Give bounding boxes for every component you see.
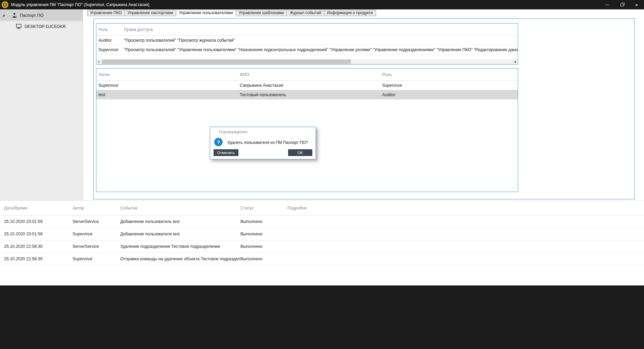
table-row[interactable]: Supervisor "Просмотр пользователей" "Упр… <box>96 45 518 54</box>
status-cell: Выполнено <box>240 244 287 249</box>
sidebar-item-desktop[interactable]: DESKTOP-DJCEDKR <box>0 21 83 32</box>
column-header-details: Подробно <box>287 206 644 210</box>
ok-button[interactable]: ОК <box>288 149 312 156</box>
status-cell: Выполнено <box>240 232 287 236</box>
tab-passport-management[interactable]: Управление паспортами <box>125 10 176 16</box>
tree-expander-icon[interactable]: ◢ <box>2 13 5 17</box>
confirmation-dialog: Подтверждение ? Удалить пользователя из … <box>210 127 316 159</box>
role-name-cell: Supervisor <box>96 47 124 52</box>
datetime-cell: 25.10.2020 22:58:35 <box>0 244 73 249</box>
tab-event-log[interactable]: Журнал событий <box>286 10 324 16</box>
tab-bar: Управление ПКО Управление паспортами Упр… <box>83 9 644 16</box>
status-cell: Выполнено <box>240 257 287 261</box>
column-header-status: Статус <box>240 206 287 210</box>
column-header-login: Логин <box>96 72 240 77</box>
column-header-datetime: Дата/Время <box>0 206 73 210</box>
tab-product-info[interactable]: Информация о продукте <box>324 10 376 16</box>
tab-user-management[interactable]: Управление пользователями <box>176 10 236 16</box>
window-controls: × <box>600 0 644 9</box>
minimize-button[interactable] <box>600 0 614 9</box>
role-rights-cell: "Просмотр пользователей" "Просмотр журна… <box>124 38 518 43</box>
author-cell: ServerService <box>73 244 120 249</box>
window-title: Модуль управления ПМ "Паспорт ПО" (Super… <box>11 2 149 7</box>
user-gear-icon <box>12 12 17 18</box>
roles-table: Роль Права доступа Auditor "Просмотр пол… <box>96 23 518 65</box>
table-row[interactable]: Supervisor Сапрыкина Анастасия Superviso… <box>96 81 518 90</box>
column-header-role: Роль <box>382 72 518 77</box>
bottom-dark-area <box>0 285 644 349</box>
author-cell: Supervisor <box>73 257 120 261</box>
roles-table-header: Роль Права доступа <box>96 24 518 36</box>
log-row[interactable]: 25.10.2020 23:01:59 Supervisor Добавлени… <box>0 228 644 240</box>
app-logo-icon <box>1 1 9 9</box>
sidebar-item-label: DESKTOP-DJCEDKR <box>25 24 66 29</box>
cancel-button[interactable]: Отменить <box>214 149 238 156</box>
datetime-cell: 25.10.2020 23:01:59 <box>0 232 73 236</box>
status-cell: Выполнено <box>240 219 287 224</box>
restore-icon <box>620 4 624 6</box>
event-cell: Отправка команды на удаление объекта Тес… <box>120 257 240 261</box>
log-row[interactable]: 25.10.2020 23:01:59 ServerService Добавл… <box>0 216 644 228</box>
author-cell: ServerService <box>73 219 120 224</box>
monitor-icon <box>16 24 21 29</box>
close-icon: × <box>635 2 638 7</box>
close-button[interactable]: × <box>629 0 644 9</box>
dialog-title: Подтверждение <box>219 130 247 134</box>
event-cell: Удаление подразделение Тестовое подразде… <box>120 244 240 249</box>
fio-cell: Тестовый пользователь <box>240 92 382 97</box>
table-row[interactable]: Auditor "Просмотр пользователей" "Просмо… <box>96 36 518 45</box>
tab-pko-management[interactable]: Управление ПКО <box>87 10 125 16</box>
question-icon: ? <box>214 138 223 146</box>
column-header-author: Автор <box>73 206 120 210</box>
login-cell: Supervisor <box>96 83 240 88</box>
author-cell: Supervisor <box>73 232 120 236</box>
scroll-right-icon[interactable] <box>515 61 516 63</box>
fio-cell: Сапрыкина Анастасия <box>240 83 382 88</box>
user-management-panel: Роль Права доступа Auditor "Просмотр пол… <box>93 18 635 199</box>
event-cell: Добавление пользователя test <box>120 232 240 236</box>
role-name-cell: Auditor <box>96 38 124 43</box>
role-cell: Auditor <box>382 92 518 97</box>
column-header-role: Роль <box>96 27 124 32</box>
login-cell: test <box>96 92 240 97</box>
sidebar-item-label: Паспорт ПО <box>20 13 44 18</box>
event-cell: Добавление пользователь test <box>120 219 240 224</box>
column-header-event: Событие <box>120 206 240 210</box>
role-cell: Supervisor <box>382 83 518 88</box>
users-table-header: Логин ФИО Роль <box>96 69 518 81</box>
scroll-left-icon[interactable] <box>98 61 99 63</box>
tab-template-management[interactable]: Управление шаблонами <box>236 10 287 16</box>
sidebar-item-passport-po[interactable]: Паспорт ПО <box>0 10 83 21</box>
role-rights-cell: "Просмотр пользователей" "Управление пол… <box>124 47 518 52</box>
event-log-panel: Дата/Время Автор Событие Статус Подробно… <box>0 200 644 285</box>
restore-button[interactable] <box>614 0 629 9</box>
scrollbar-thumb[interactable] <box>102 60 351 64</box>
column-header-rights: Права доступа <box>124 27 518 32</box>
horizontal-scrollbar[interactable] <box>96 59 518 64</box>
main-area: ◢ Паспорт ПО DESKTOP-DJCEDKR Управление … <box>0 9 644 200</box>
log-table-header: Дата/Время Автор Событие Статус Подробно <box>0 201 644 216</box>
minimize-icon <box>605 5 609 5</box>
log-row[interactable]: 25.10.2020 22:58:35 ServerService Удален… <box>0 240 644 253</box>
datetime-cell: 25.10.2020 22:58:35 <box>0 257 73 261</box>
datetime-cell: 25.10.2020 23:01:59 <box>0 219 73 224</box>
title-bar: Модуль управления ПМ "Паспорт ПО" (Super… <box>0 0 644 9</box>
sidebar-tree: ◢ Паспорт ПО DESKTOP-DJCEDKR <box>0 9 83 200</box>
log-row[interactable]: 25.10.2020 22:58:35 Supervisor Отправка … <box>0 253 644 265</box>
table-row-selected[interactable]: test Тестовый пользователь Auditor <box>96 90 518 100</box>
workspace: Управление ПКО Управление паспортами Упр… <box>83 9 644 200</box>
column-header-fio: ФИО <box>240 72 382 77</box>
dialog-message: Удалить пользователя из ПМ Паспорт ПО? <box>227 140 311 145</box>
